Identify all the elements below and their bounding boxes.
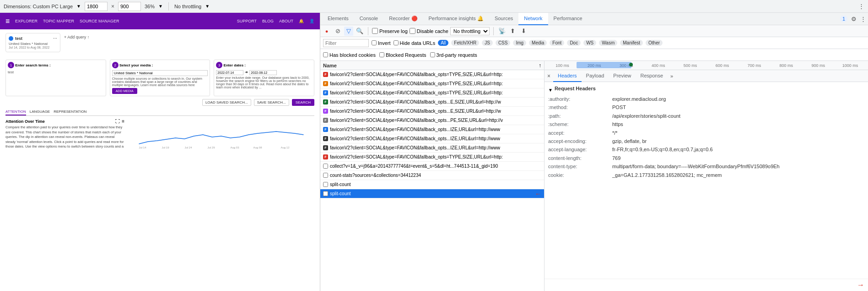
representation-tab[interactable]: REPRESENTATION	[54, 110, 86, 115]
tab-console[interactable]: Console	[354, 13, 383, 25]
more-devtools-icon[interactable]: ⋮	[860, 16, 866, 22]
expand-icon[interactable]: ⛶	[115, 119, 120, 124]
toolbar-sep2	[493, 27, 494, 35]
filter-button[interactable]: ▽	[344, 27, 353, 36]
search-btn[interactable]: SEARCH	[292, 99, 314, 106]
search-button[interactable]: 🔍	[355, 27, 364, 36]
load-saved-search-btn[interactable]: LOAD SAVED SEARCH...	[202, 99, 251, 106]
filter-tag-doc[interactable]: Doc	[567, 40, 581, 46]
detail-tab-preview[interactable]: Preview	[609, 70, 636, 82]
sort-icon[interactable]: ↑	[539, 62, 541, 69]
save-search-btn[interactable]: SAVE SEARCH...	[254, 99, 289, 106]
blocked-requests-label: Blocked Requests	[379, 52, 426, 58]
export-button[interactable]: ⬇	[519, 27, 528, 36]
throttling-select[interactable]: No throttling	[450, 27, 490, 35]
row-checkbox[interactable]	[323, 182, 328, 187]
blocked-requests-checkbox[interactable]	[379, 52, 384, 57]
tab-performance[interactable]: Performance	[548, 13, 588, 25]
more-icon[interactable]: ⋮	[858, 3, 864, 10]
table-row[interactable]: F faviconV2?client=SOCIAL&type=FAVICON&f…	[320, 107, 544, 116]
hide-data-urls-checkbox[interactable]	[394, 40, 399, 45]
tab-elements[interactable]: Elements	[322, 13, 354, 25]
webpage-content: test ⋯ United States * National Jul 14, …	[0, 29, 320, 156]
detail-close-button[interactable]: ×	[545, 72, 553, 80]
nav-about[interactable]: ABOUT	[279, 19, 293, 23]
table-row[interactable]: F faviconV2?client=SOCIAL&type=FAVICON&f…	[320, 125, 544, 134]
table-row[interactable]: F faviconV2?client=SOCIAL&type=FAVICON&f…	[320, 116, 544, 125]
table-row[interactable]: collect?v=1&_v=j96&a=20143777746&t=event…	[320, 162, 544, 171]
detail-panel: × Headers Payload Preview Response	[545, 70, 868, 291]
filter-tag-wasm[interactable]: Wasm	[599, 40, 617, 46]
add-query-label[interactable]: + Add query ↑	[64, 33, 89, 56]
tab-performance-insights[interactable]: Performance insights 🔔	[423, 13, 489, 25]
stop-button[interactable]: ⊘	[333, 27, 342, 36]
row-icon: F	[323, 118, 328, 123]
filter-tag-js[interactable]: JS	[482, 40, 493, 46]
filter-input[interactable]	[323, 39, 369, 47]
table-row[interactable]: F faviconV2?client=SOCIAL&type=FAVICON&f…	[320, 98, 544, 107]
nav-explorer[interactable]: EXPLORER	[15, 19, 38, 23]
zoom-label: 36%	[145, 4, 155, 9]
devtools-tabs: Elements Console Recorder 🔴 Performance …	[320, 13, 868, 25]
query-more[interactable]: ⋯	[53, 36, 57, 41]
date-to-input[interactable]	[249, 70, 277, 75]
height-input[interactable]	[118, 2, 141, 11]
header-row-accept-encoding: accept-encoding: gzip, deflate, br	[548, 138, 864, 145]
detail-tab-headers[interactable]: Headers	[553, 70, 582, 82]
disable-cache-checkbox[interactable]	[410, 28, 415, 34]
query-title: test	[15, 36, 22, 41]
throttling-triangle-icon: ▼	[205, 4, 210, 9]
width-input[interactable]	[85, 2, 108, 11]
nav-blog[interactable]: BLOG	[262, 19, 274, 23]
filter-tag-ws[interactable]: WS	[583, 40, 596, 46]
tab-sources[interactable]: Sources	[489, 13, 518, 25]
nav-topic-mapper[interactable]: TOPIC MAPPER	[43, 19, 74, 23]
network-icon[interactable]: 📡	[497, 27, 507, 36]
nav-user[interactable]: 👤	[309, 19, 314, 23]
record-button[interactable]: ●	[322, 27, 331, 36]
nav-bell[interactable]: 🔔	[299, 19, 304, 23]
filter-tag-css[interactable]: CSS	[496, 40, 511, 46]
table-row[interactable]: split-count	[320, 180, 544, 189]
filter-tag-media[interactable]: Media	[529, 40, 547, 46]
table-row[interactable]: F faviconV2?client=SOCIAL&type=FAVICON&f…	[320, 70, 544, 79]
filter-tag-all[interactable]: All	[438, 40, 448, 46]
table-row[interactable]: F faviconV2?client=SOCIAL&type=FAVICON&f…	[320, 79, 544, 88]
row-checkbox[interactable]	[323, 191, 328, 196]
detail-more-tabs[interactable]: »	[668, 71, 676, 81]
has-blocked-cookies-checkbox[interactable]	[323, 52, 328, 57]
table-row[interactable]: F faviconV2?client=SOCIAL&type=FAVICON&f…	[320, 143, 544, 153]
tab-recorder[interactable]: Recorder 🔴	[383, 13, 423, 25]
nav-source-manager[interactable]: SOURCE MANAGER	[80, 19, 119, 23]
attention-tab[interactable]: ATTENTION	[5, 110, 26, 115]
tab-network[interactable]: Network	[518, 13, 548, 25]
step2-num: 2	[112, 62, 119, 68]
date-to-label: ➜	[245, 70, 248, 75]
row-checkbox[interactable]	[323, 173, 328, 178]
menu-icon[interactable]: ≡	[122, 119, 124, 124]
add-media-btn[interactable]: ADD MEDIA	[112, 88, 137, 94]
import-button[interactable]: ⬆	[508, 27, 518, 36]
settings-icon[interactable]: ⚙	[851, 16, 857, 22]
language-tab[interactable]: LANGUAGE	[30, 110, 50, 115]
third-party-checkbox[interactable]	[430, 52, 435, 57]
collapse-icon[interactable]: ▼	[548, 88, 553, 93]
table-row[interactable]: F faviconV2?client=SOCIAL&type=FAVICON&f…	[320, 134, 544, 143]
filter-tag-other[interactable]: Other	[646, 40, 663, 46]
preserve-log-checkbox[interactable]	[372, 28, 378, 34]
table-row[interactable]: count-stats?sources=&collections=3441223…	[320, 171, 544, 180]
filter-tag-fetch[interactable]: Fetch/XHR	[451, 40, 479, 46]
filter-tag-img[interactable]: Img	[513, 40, 526, 46]
invert-checkbox[interactable]	[372, 40, 377, 45]
row-checkbox[interactable]	[323, 164, 328, 169]
filter-tag-manifest[interactable]: Manifest	[620, 40, 643, 46]
detail-tab-payload[interactable]: Payload	[582, 70, 609, 82]
filter-tag-font[interactable]: Font	[550, 40, 564, 46]
table-row[interactable]: F faviconV2?client=SOCIAL&type=FAVICON&f…	[320, 88, 544, 98]
table-row[interactable]: F faviconV2?client=SOCIAL&type=FAVICON&f…	[320, 153, 544, 162]
step2-subval[interactable]: United States * National	[112, 70, 208, 76]
date-from-input[interactable]	[216, 70, 243, 75]
detail-tab-response[interactable]: Response	[636, 70, 668, 82]
nav-support[interactable]: SUPPORT	[237, 19, 257, 23]
table-row-selected[interactable]: split-count ←	[320, 189, 544, 198]
